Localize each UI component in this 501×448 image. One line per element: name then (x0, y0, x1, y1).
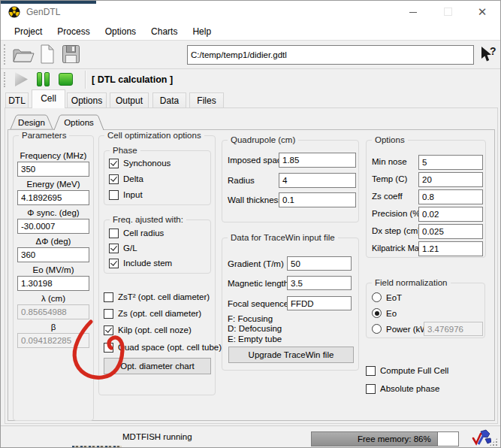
compute-full-cell-label[interactable]: Compute Full Cell (380, 366, 448, 376)
dx-step-input[interactable] (418, 224, 483, 239)
min-nose-input[interactable] (418, 155, 483, 170)
eo-radio[interactable] (372, 308, 382, 318)
menu-project[interactable]: Project (7, 25, 50, 39)
stop-icon[interactable] (59, 73, 73, 86)
field-label: Φ sync. (deg) (14, 208, 93, 218)
upgrade-tracewin-button[interactable]: Upgrade TraceWin file (228, 347, 354, 363)
eot-label[interactable]: EoT (386, 293, 402, 303)
radius-input[interactable] (279, 173, 356, 188)
zs-coeff-input[interactable] (418, 189, 483, 204)
cell-radius-label[interactable]: Cell radius (123, 229, 164, 238)
field-label: Focal sequence (228, 299, 288, 309)
gl-checkbox[interactable] (109, 244, 119, 253)
input-checkbox[interactable] (109, 190, 119, 200)
field-label: Precision (%) (372, 209, 423, 219)
run-toolbar: [ DTL calculation ] (1, 68, 500, 89)
cell-tab-page: Design Options Parameters Frequency (MHz… (5, 107, 498, 424)
menu-bar: Project Process Options Charts Help (1, 23, 500, 40)
legend-line: F: Focusing (228, 314, 273, 324)
menu-process[interactable]: Process (50, 25, 97, 39)
close-button[interactable]: ✕ (469, 1, 495, 23)
opt-diameter-chart-button[interactable]: Opt. diameter chart (104, 358, 211, 374)
menu-charts[interactable]: Charts (143, 25, 185, 39)
delta-checkbox[interactable] (109, 174, 119, 184)
toolbar-separator (85, 71, 86, 89)
frequency-input[interactable] (17, 162, 89, 177)
play-icon[interactable] (15, 72, 28, 86)
subtab-options-label[interactable]: Options (64, 118, 94, 127)
power-radio[interactable] (372, 324, 382, 334)
wall-thickness-input[interactable] (279, 192, 356, 207)
imposed-space-input[interactable] (279, 153, 356, 168)
eo-input[interactable] (17, 276, 89, 291)
energy-input[interactable] (17, 190, 89, 205)
quad-space-label[interactable]: Quad space (opt. cell tube) (118, 343, 222, 353)
tab-output[interactable]: Output (110, 92, 149, 107)
file-toolbar: ? (1, 40, 500, 68)
kilp-label[interactable]: Kilp (opt. cell noze) (118, 325, 192, 335)
delta-phi-input[interactable] (17, 247, 89, 262)
magnetic-length-input[interactable] (287, 276, 352, 290)
phi-sync-input[interactable] (17, 219, 89, 234)
zs-checkbox[interactable] (104, 309, 113, 319)
compute-full-cell-checkbox[interactable] (366, 366, 376, 376)
tab-data[interactable]: Data (152, 92, 186, 107)
zst2-checkbox[interactable] (104, 292, 113, 302)
zst2-label[interactable]: ZsT² (opt. cell diameter) (118, 292, 210, 302)
new-file-icon[interactable] (39, 44, 56, 65)
pause-icon[interactable] (37, 72, 50, 86)
toolbar-grip[interactable] (4, 44, 8, 65)
field-label: Temp (C) (372, 174, 407, 184)
subtab-design-label[interactable]: Design (18, 118, 45, 127)
toolbar-grip[interactable] (4, 72, 8, 87)
field-label: Dx step (cm) (372, 226, 421, 236)
tracewin-title: Data for TraceWin input file (228, 233, 338, 243)
open-file-icon[interactable] (11, 44, 35, 65)
memory-progress-label: Free memory: 86% (358, 434, 437, 443)
input-label[interactable]: Input (123, 190, 143, 200)
quadrupole-title: Quadrupole (cm) (228, 135, 298, 145)
minimize-button[interactable] (400, 1, 426, 23)
project-path-input[interactable] (187, 45, 474, 65)
status-message: MDTFISH running (122, 432, 192, 442)
tab-files[interactable]: Files (189, 92, 224, 107)
synchronous-checkbox[interactable] (109, 159, 119, 168)
precision-input[interactable] (418, 207, 483, 222)
tab-cell[interactable]: Cell (32, 89, 65, 108)
tab-options[interactable]: Options (67, 92, 107, 107)
absolute-phase-label[interactable]: Absolute phase (380, 384, 439, 394)
kilp-checkbox[interactable] (104, 325, 113, 335)
cell-radius-checkbox[interactable] (109, 229, 119, 238)
temp-input[interactable] (418, 172, 483, 187)
include-stem-label[interactable]: Include stem (123, 259, 172, 268)
field-label: Frequency (MHz) (14, 151, 93, 161)
gl-label[interactable]: G/L (123, 244, 137, 253)
zs-label[interactable]: Zs (opt. cell diameter) (118, 309, 201, 319)
menu-options[interactable]: Options (98, 25, 143, 39)
delta-label[interactable]: Delta (123, 174, 143, 184)
field-label: Eo (MV/m) (14, 265, 93, 275)
include-stem-checkbox[interactable] (109, 259, 119, 268)
eo-label[interactable]: Eo (386, 309, 397, 319)
synchronous-label[interactable]: Synchonous (123, 159, 171, 168)
context-help-icon[interactable]: ? (479, 45, 497, 65)
field-normalization-group: Field normalization EoT Eo Power (kW) (366, 283, 485, 338)
maximize-button[interactable] (435, 1, 460, 23)
eot-radio[interactable] (372, 292, 382, 302)
tab-dtl[interactable]: DTL (5, 92, 29, 107)
status-bar: MDTFISH running Free memory: 86% (1, 425, 500, 448)
absolute-phase-checkbox[interactable] (366, 384, 376, 394)
gradient-input[interactable] (287, 256, 352, 271)
quad-space-checkbox[interactable] (104, 343, 113, 353)
field-label: Imposed space (228, 156, 286, 165)
sub-tab-bar: Design Options (8, 114, 210, 131)
menu-help[interactable]: Help (185, 25, 219, 39)
memory-progressbar: Free memory: 86% (311, 431, 459, 446)
kilpatrick-max-input[interactable] (418, 241, 483, 256)
tools-check-icon[interactable] (472, 429, 491, 447)
parameters-group: Parameters Frequency (MHz) Energy (MeV) … (13, 135, 94, 421)
legend-line: E: Empty tube (228, 334, 282, 344)
field-label: Gradient (T/m) (228, 259, 284, 269)
focal-sequence-input[interactable] (287, 296, 352, 310)
save-file-icon[interactable] (61, 44, 81, 65)
